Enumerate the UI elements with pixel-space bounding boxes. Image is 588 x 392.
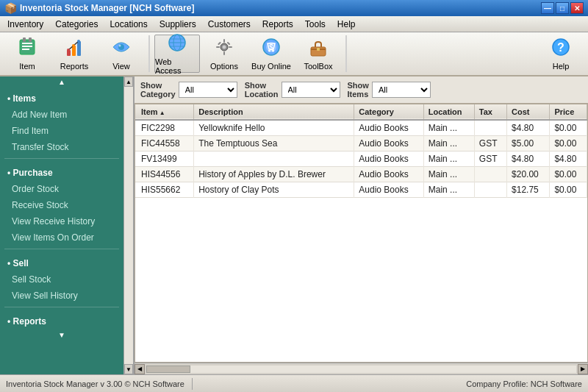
toolbar-separator-2 [345, 35, 347, 72]
sidebar-scroll-up[interactable]: ▲ [0, 76, 123, 88]
menu-inventory[interactable]: Inventory [1, 18, 49, 31]
table-cell-4-4 [474, 182, 506, 198]
svg-point-11 [77, 40, 80, 43]
sidebar-item-add-new-item[interactable]: Add New Item [0, 107, 123, 123]
filter-location-label: ShowLocation [245, 81, 279, 99]
filter-location-group: ShowLocation All [245, 81, 340, 99]
table-cell-2-1 [194, 152, 354, 167]
hscroll-right-btn[interactable]: ▶ [578, 364, 588, 374]
svg-rect-1 [22, 43, 32, 44]
title-bar-text: Inventoria Stock Manager [NCH Software] [20, 3, 194, 13]
table-row[interactable]: FV13499Audio BooksMain ...GST$4.80$4.80 [135, 152, 587, 167]
svg-rect-24 [229, 46, 232, 48]
sidebar: ▲ • Items Add New Item Find Item Transfe… [0, 76, 123, 374]
options-icon [214, 37, 234, 60]
toolbar-item-label: Item [19, 62, 35, 71]
menu-help[interactable]: Help [331, 18, 362, 31]
table-cell-3-1: History of Apples by D.L. Brewer [194, 167, 354, 182]
toolbar-view-btn[interactable]: View [98, 35, 144, 73]
scroll-down-btn[interactable]: ▼ [124, 364, 133, 374]
maximize-button[interactable]: □ [556, 2, 569, 14]
menu-reports[interactable]: Reports [257, 18, 299, 31]
status-right: Company Profile: NCH Software [466, 379, 582, 388]
filter-category-label: ShowCategory [140, 81, 176, 99]
table-row[interactable]: HIS55662Hostory of Clay PotsAudio BooksM… [135, 182, 587, 198]
table-cell-4-5: $12.75 [507, 182, 550, 198]
col-header-price[interactable]: Price [550, 104, 587, 120]
scroll-up-btn[interactable]: ▲ [124, 76, 133, 87]
items-table: Item Description Category Location Tax C… [135, 104, 587, 198]
items-table-container: Item Description Category Location Tax C… [135, 104, 588, 363]
table-cell-2-0: FV13499 [135, 152, 194, 167]
col-header-cost[interactable]: Cost [507, 104, 550, 120]
sidebar-item-receive-stock[interactable]: Receive Stock [0, 197, 123, 213]
toolbar-options-btn[interactable]: Options [201, 35, 247, 73]
sidebar-scroll-down[interactable]: ▼ [0, 329, 123, 341]
sidebar-item-sell-stock[interactable]: Sell Stock [0, 271, 123, 288]
toolbar-options-label: Options [210, 62, 238, 71]
toolbar-buyonline-label: Buy Online [251, 62, 291, 71]
filter-location-select[interactable]: All [282, 82, 340, 98]
hscroll-thumb[interactable] [146, 366, 190, 373]
sidebar-item-view-receive-history[interactable]: View Receive History [0, 213, 123, 229]
table-row[interactable]: FIC2298Yellowknife HelloAudio BooksMain … [135, 120, 587, 136]
svg-rect-34 [317, 48, 320, 51]
filter-items-select[interactable]: All [372, 82, 431, 98]
horizontal-scrollbar[interactable]: ◀ ▶ [135, 363, 588, 374]
svg-point-30 [268, 50, 270, 52]
sidebar-item-view-sell-history[interactable]: View Sell History [0, 288, 123, 304]
vertical-scrollbar[interactable]: ▲ ▼ [123, 76, 134, 374]
table-cell-1-6: $0.00 [550, 136, 587, 152]
table-cell-0-4 [474, 120, 506, 136]
toolbar-item-btn[interactable]: Item [4, 35, 50, 73]
status-divider [192, 378, 193, 390]
filter-category-select[interactable]: All [179, 82, 237, 98]
col-header-tax[interactable]: Tax [474, 104, 506, 120]
col-header-location[interactable]: Location [423, 104, 474, 120]
menu-locations[interactable]: Locations [104, 18, 153, 31]
col-header-item[interactable]: Item [135, 104, 194, 120]
table-cell-1-3: Main ... [423, 136, 474, 152]
table-cell-0-2: Audio Books [354, 120, 423, 136]
main-area: ▲ • Items Add New Item Find Item Transfe… [0, 76, 588, 374]
svg-text:?: ? [557, 41, 564, 54]
toolbar-toolbox-label: ToolBox [304, 62, 332, 71]
col-header-description[interactable]: Description [194, 104, 354, 120]
table-cell-0-5: $4.80 [507, 120, 550, 136]
menu-tools[interactable]: Tools [299, 18, 331, 31]
title-bar: 📦 Inventoria Stock Manager [NCH Software… [0, 0, 588, 16]
svg-rect-4 [23, 38, 26, 42]
svg-rect-2 [22, 46, 32, 47]
menu-categories[interactable]: Categories [49, 18, 104, 31]
menu-bar: Inventory Categories Locations Suppliers… [0, 16, 588, 32]
sidebar-item-order-stock[interactable]: Order Stock [0, 181, 123, 197]
scroll-track [124, 87, 133, 364]
hscroll-left-btn[interactable]: ◀ [135, 364, 145, 374]
sidebar-item-transfer-stock[interactable]: Transfer Stock [0, 139, 123, 155]
col-header-category[interactable]: Category [354, 104, 423, 120]
toolbar-buyonline-btn[interactable]: $ Buy Online [248, 35, 294, 73]
toolbar-toolbox-btn[interactable]: ToolBox [295, 35, 341, 73]
table-header-row: Item Description Category Location Tax C… [135, 104, 587, 120]
sidebar-item-find-item[interactable]: Find Item [0, 123, 123, 139]
menu-customers[interactable]: Customers [202, 18, 257, 31]
table-cell-3-2: Audio Books [354, 167, 423, 182]
sidebar-item-view-items-on-order[interactable]: View Items On Order [0, 229, 123, 246]
help-icon: ? [551, 37, 571, 60]
toolbar-help-btn[interactable]: ? Help [538, 35, 584, 73]
table-cell-4-0: HIS55662 [135, 182, 194, 198]
close-button[interactable]: ✕ [570, 2, 584, 14]
sidebar-section-reports: • Reports [0, 310, 123, 329]
toolbar-separator-1 [148, 35, 150, 72]
toolbar-reports-btn[interactable]: Reports [51, 35, 97, 73]
menu-suppliers[interactable]: Suppliers [154, 18, 202, 31]
toolbar-webaccess-btn[interactable]: Web Access [154, 35, 200, 73]
svg-point-9 [67, 49, 70, 51]
toolbar-reports-label: Reports [60, 62, 89, 71]
minimize-button[interactable]: — [541, 2, 554, 14]
table-cell-0-0: FIC2298 [135, 120, 194, 136]
svg-point-20 [223, 46, 226, 49]
table-row[interactable]: HIS44556History of Apples by D.L. Brewer… [135, 167, 587, 182]
table-row[interactable]: FIC44558The Temptuous SeaAudio BooksMain… [135, 136, 587, 152]
toolbar-help-label: Help [553, 62, 570, 71]
